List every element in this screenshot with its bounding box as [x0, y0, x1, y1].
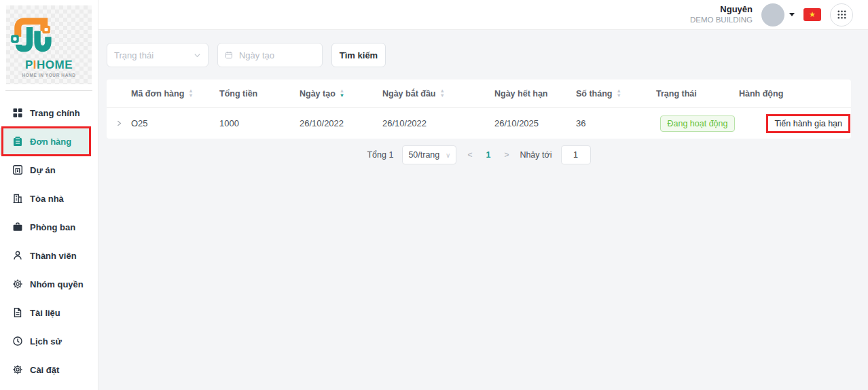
building-icon: [12, 193, 23, 204]
column-header-ngay-bat-dau[interactable]: Ngày bắt đầu: [382, 89, 494, 99]
language-flag-vietnam[interactable]: ★: [803, 8, 821, 21]
next-page-button[interactable]: >: [502, 150, 511, 160]
user-menu-trigger[interactable]: [761, 3, 795, 26]
history-icon: [12, 336, 23, 347]
sidebar-item-label: Lịch sử: [30, 336, 62, 347]
sidebar-item-label: Trang chính: [30, 108, 80, 118]
sidebar-item-label: Tài liệu: [30, 308, 60, 318]
column-header-trang-thai: Trạng thái: [656, 89, 739, 99]
cell-ma-don-hang: O25: [131, 118, 219, 128]
sidebar-item-label: Phòng ban: [30, 222, 75, 232]
prev-page-button[interactable]: <: [465, 150, 474, 160]
members-icon: [12, 250, 23, 261]
orders-icon: [12, 136, 23, 147]
column-header-ma-don-hang[interactable]: Mã đơn hàng: [131, 89, 219, 99]
date-filter-input[interactable]: [238, 50, 315, 61]
app-root: PIHOME HOME IN YOUR HAND Trang chính Đơn…: [0, 0, 868, 390]
search-button[interactable]: Tìm kiếm: [331, 43, 386, 67]
filter-bar: Trạng thái Tìm kiếm: [107, 43, 851, 67]
pihome-logo: PIHOME HOME IN YOUR HAND: [6, 5, 92, 84]
column-header-tong-tien: Tổng tiền: [219, 89, 300, 99]
sidebar-item-label: Cài đặt: [30, 365, 59, 375]
sort-icon: [440, 89, 445, 98]
avatar[interactable]: [761, 3, 784, 26]
apps-grid-icon: [837, 10, 847, 20]
roles-icon: [12, 279, 23, 289]
column-header-ngay-tao[interactable]: Ngày tạo: [300, 89, 382, 99]
department-icon: [12, 221, 23, 232]
sidebar-item-don-hang[interactable]: Đơn hàng: [0, 128, 90, 155]
chevron-down-icon: ∨: [446, 152, 450, 159]
orders-table: Mã đơn hàng Tổng tiền Ngày tạo Ngày bắt …: [107, 79, 851, 139]
date-filter[interactable]: [217, 43, 323, 67]
sidebar-item-label: Tòa nhà: [30, 194, 64, 204]
sidebar-item-nhom-quyen[interactable]: Nhóm quyền: [0, 270, 90, 298]
sidebar-item-label: Nhóm quyền: [30, 279, 84, 289]
sidebar-item-cai-dat[interactable]: Cài đặt: [0, 356, 90, 383]
user-meta: Nguyên DEMO BUILDING: [690, 4, 753, 26]
chevron-down-icon: [194, 52, 201, 59]
dashboard-icon: [12, 107, 23, 118]
sidebar-item-lich-su[interactable]: Lịch sử: [0, 327, 90, 355]
sidebar-item-tai-lieu[interactable]: Tài liệu: [0, 299, 90, 326]
sidebar: PIHOME HOME IN YOUR HAND Trang chính Đơn…: [0, 0, 98, 390]
status-badge: Đang hoạt động: [660, 116, 736, 132]
content: Trạng thái Tìm kiếm Mã đơn hàng: [98, 30, 868, 390]
table-header-row: Mã đơn hàng Tổng tiền Ngày tạo Ngày bắt …: [107, 79, 851, 108]
workspace-name: DEMO BUILDING: [690, 15, 753, 25]
brand-tagline: HOME IN YOUR HAND: [6, 73, 92, 77]
sidebar-item-du-an[interactable]: Dự án: [0, 156, 90, 183]
user-name: Nguyên: [690, 4, 753, 16]
jump-to-input[interactable]: [561, 145, 591, 164]
renew-action-button-annotated[interactable]: Tiến hành gia hạn: [766, 114, 850, 133]
current-page-button[interactable]: 1: [483, 150, 493, 160]
cell-so-thang: 36: [576, 118, 656, 128]
project-icon: [12, 164, 23, 175]
sidebar-item-trang-chinh[interactable]: Trang chính: [0, 99, 90, 126]
sort-icon-active-desc: [340, 89, 344, 98]
column-header-ngay-het-han: Ngày hết hạn: [494, 89, 576, 99]
pihome-logo-mark: [6, 10, 55, 58]
cell-tong-tien: 1000: [219, 118, 300, 128]
cell-ngay-tao: 26/10/2022: [300, 118, 382, 128]
table-row: O25 1000 26/10/2022 26/10/2022 26/10/202…: [107, 108, 851, 139]
column-header-so-thang[interactable]: Số tháng: [576, 89, 656, 99]
sidebar-item-phong-ban[interactable]: Phòng ban: [0, 213, 90, 241]
status-filter-placeholder: Trạng thái: [114, 50, 153, 60]
cell-trang-thai: Đang hoạt động: [656, 116, 739, 132]
documents-icon: [12, 307, 23, 318]
apps-grid-button[interactable]: [830, 3, 853, 26]
sort-icon: [188, 89, 193, 98]
sidebar-item-label: Dự án: [30, 165, 56, 175]
page-size-select[interactable]: 50/trang ∨: [402, 145, 456, 164]
calendar-icon: [225, 50, 233, 60]
topbar: Nguyên DEMO BUILDING ★: [98, 0, 868, 30]
settings-icon: [12, 364, 23, 375]
pagination-total: Tổng 1: [367, 150, 393, 160]
pagination: Tổng 1 50/trang ∨ < 1 > Nhảy tới: [107, 145, 851, 164]
jump-to-label: Nhảy tới: [520, 150, 551, 160]
cell-hanh-dong: Tiến hành gia hạn: [739, 114, 851, 133]
column-header-hanh-dong: Hành động: [739, 89, 851, 99]
sidebar-item-thanh-vien[interactable]: Thành viên: [0, 242, 90, 269]
chevron-down-icon: [789, 13, 795, 16]
cell-ngay-bat-dau: 26/10/2022: [382, 118, 494, 128]
sort-icon: [616, 89, 621, 98]
row-expand-toggle[interactable]: [107, 120, 131, 127]
page-size-value: 50/trang: [408, 150, 439, 160]
sidebar-item-label: Đơn hàng: [30, 137, 71, 147]
cell-ngay-het-han: 26/10/2025: [494, 118, 576, 128]
status-filter-select[interactable]: Trạng thái: [107, 43, 209, 67]
chevron-right-icon: [115, 120, 123, 127]
brand-name: PIHOME: [6, 59, 92, 71]
sidebar-item-label: Thành viên: [30, 251, 77, 261]
sidebar-item-toa-nha[interactable]: Tòa nhà: [0, 185, 90, 212]
sidebar-nav: Trang chính Đơn hàng Dự án Tòa nhà: [0, 91, 98, 383]
main-area: Nguyên DEMO BUILDING ★ Trạng thái: [98, 0, 868, 390]
